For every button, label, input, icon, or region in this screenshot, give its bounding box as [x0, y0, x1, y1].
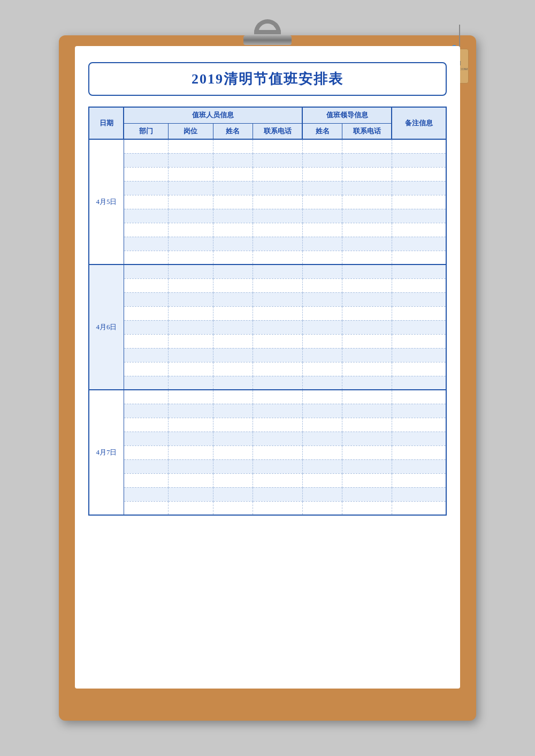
cell — [253, 418, 303, 432]
cell — [342, 418, 392, 432]
cell — [213, 362, 253, 376]
cell — [302, 348, 342, 362]
cell — [302, 167, 342, 181]
cell — [253, 376, 303, 390]
cell — [169, 195, 213, 209]
cell — [124, 445, 169, 459]
cell — [342, 306, 392, 320]
cell — [213, 264, 253, 278]
cell — [342, 487, 392, 501]
cell — [392, 209, 446, 223]
cell — [169, 153, 213, 167]
cell — [392, 292, 446, 306]
cell — [342, 153, 392, 167]
cell — [342, 334, 392, 348]
cell — [169, 487, 213, 501]
cell — [169, 264, 213, 278]
cell — [253, 278, 303, 292]
date-april6: 4月6日 — [89, 264, 124, 390]
cell — [124, 153, 169, 167]
clipboard: 妙剪网 MIAOJIAN.COM 2019清明节值班安排表 日期 — [59, 35, 476, 721]
cell — [124, 432, 169, 445]
table-row — [89, 251, 446, 264]
cell — [213, 292, 253, 306]
cell — [302, 418, 342, 432]
table-row — [89, 278, 446, 292]
table-row — [89, 445, 446, 459]
cell — [392, 139, 446, 153]
cell — [253, 334, 303, 348]
document-title: 2019清明节值班安排表 — [192, 71, 343, 87]
header-phone: 联系电话 — [253, 123, 303, 139]
cell — [169, 376, 213, 390]
cell — [302, 320, 342, 334]
cell — [342, 223, 392, 237]
table-row — [89, 195, 446, 209]
cell — [302, 223, 342, 237]
cell — [392, 153, 446, 167]
cell — [169, 306, 213, 320]
cell — [342, 445, 392, 459]
cell — [392, 459, 446, 473]
table-row: 4月5日 — [89, 139, 446, 153]
table-row — [89, 418, 446, 432]
cell — [253, 348, 303, 362]
cell — [124, 292, 169, 306]
cell — [213, 195, 253, 209]
cell — [213, 181, 253, 195]
cell — [169, 167, 213, 181]
cell — [253, 501, 303, 515]
cell — [124, 376, 169, 390]
cell — [124, 139, 169, 153]
header-date: 日期 — [89, 107, 124, 139]
table-row — [89, 167, 446, 181]
cell — [342, 473, 392, 487]
cell — [302, 445, 342, 459]
clip-bar — [243, 35, 292, 45]
table-row — [89, 362, 446, 376]
table-row — [89, 153, 446, 167]
cell — [392, 376, 446, 390]
table-row — [89, 223, 446, 237]
cell — [302, 264, 342, 278]
paper: 2019清明节值班安排表 日期 值班人员信息 值班领导信息 备注信息 — [75, 46, 460, 689]
cell — [213, 139, 253, 153]
cell — [169, 348, 213, 362]
header-leader-phone: 联系电话 — [342, 123, 392, 139]
cell — [392, 237, 446, 251]
cell — [253, 139, 303, 153]
table-row — [89, 376, 446, 390]
cell — [169, 362, 213, 376]
cell — [213, 376, 253, 390]
cell — [124, 334, 169, 348]
cell — [392, 348, 446, 362]
cell — [392, 487, 446, 501]
cell — [124, 209, 169, 223]
header-leader-info: 值班领导信息 — [302, 107, 392, 123]
cell — [124, 195, 169, 209]
table-row — [89, 501, 446, 515]
cell — [253, 292, 303, 306]
cell — [302, 487, 342, 501]
cell — [253, 167, 303, 181]
cell — [342, 237, 392, 251]
cell — [213, 418, 253, 432]
cell — [342, 195, 392, 209]
cell — [213, 153, 253, 167]
header-leader-name: 姓名 — [302, 123, 342, 139]
cell — [253, 251, 303, 264]
cell — [124, 306, 169, 320]
cell — [302, 306, 342, 320]
cell — [342, 167, 392, 181]
cell — [302, 362, 342, 376]
cell — [392, 251, 446, 264]
cell — [169, 139, 213, 153]
cell — [124, 181, 169, 195]
cell — [253, 264, 303, 278]
cell — [213, 167, 253, 181]
cell — [169, 181, 213, 195]
cell — [253, 362, 303, 376]
cell — [253, 390, 303, 404]
cell — [253, 153, 303, 167]
cell — [169, 209, 213, 223]
